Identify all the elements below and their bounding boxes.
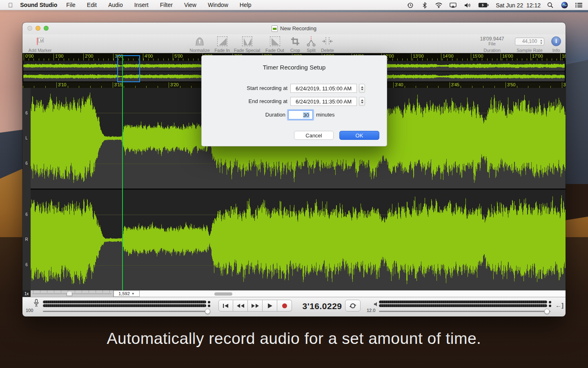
ruler-label: 0'00 (25, 54, 33, 58)
bottom-strip: 1x 1,592▼ (22, 290, 566, 297)
window-title: New Recording (280, 25, 316, 31)
ruler-label: 3'15 (114, 82, 122, 87)
horizontal-scrollbar[interactable] (140, 290, 566, 297)
overview-selection-box[interactable] (117, 55, 140, 82)
rewind-button[interactable] (233, 300, 248, 312)
add-marker-button[interactable]: M Add Marker (26, 36, 54, 53)
apple-menu-icon[interactable]:  (8, 2, 13, 9)
loop-icon (349, 303, 356, 309)
ruler-major-tick (173, 54, 173, 61)
play-button[interactable] (263, 300, 277, 312)
punch-in-icon[interactable]: ←] (555, 302, 564, 309)
svg-text:M: M (40, 38, 43, 43)
overview-playhead[interactable] (122, 55, 123, 82)
wifi-icon[interactable] (435, 2, 442, 9)
notification-center-icon[interactable] (575, 2, 582, 9)
menu-view[interactable]: View (184, 2, 196, 8)
input-volume-thumb[interactable] (205, 309, 210, 314)
start-recording-field[interactable]: 6/24/2019, 11:05:00 AM (290, 84, 357, 93)
menu-window[interactable]: Window (208, 2, 228, 8)
ruler-label: 17'00 (532, 54, 543, 58)
ruler-label: 15'00 (472, 54, 483, 58)
info-button[interactable]: i Info (550, 36, 562, 53)
spotlight-icon[interactable] (547, 2, 554, 9)
time-machine-icon[interactable] (407, 2, 414, 9)
duration-suffix: minutes (316, 112, 335, 118)
title-bar[interactable]: New Recording (22, 22, 566, 34)
add-marker-icon: M (26, 36, 54, 47)
menu-file[interactable]: File (66, 2, 76, 8)
cancel-button[interactable]: Cancel (294, 131, 334, 140)
file-duration: 18'09.9447 File Duration (472, 36, 512, 53)
ruler-major-tick (471, 54, 471, 61)
zoom-slider-thumb[interactable] (67, 291, 72, 296)
app-menu-title[interactable]: Sound Studio (20, 2, 57, 8)
duration-label: Duration (265, 112, 285, 118)
ok-button[interactable]: OK (339, 131, 379, 140)
ruler-major-tick (83, 54, 84, 61)
split-button[interactable]: Split (303, 36, 319, 53)
input-volume-slider[interactable] (43, 311, 210, 312)
fade-out-button[interactable]: Fade Out (263, 36, 287, 53)
zoom-slider[interactable] (31, 290, 114, 297)
loop-button[interactable] (345, 300, 361, 312)
ruler-label: 3'55 (564, 82, 566, 87)
sample-rate-combo[interactable]: 44,100▲▼ (515, 38, 544, 45)
ruler-label: 4'00 (145, 54, 153, 58)
menu-filter[interactable]: Filter (160, 2, 173, 8)
input-meter-peak-right (208, 305, 210, 307)
ruler-major-tick (53, 54, 54, 61)
ruler-label: 3'10 (58, 82, 66, 87)
volume-icon[interactable] (464, 2, 471, 9)
toolbar: M Add Marker Normalize Fade In (22, 34, 566, 53)
end-recording-field[interactable]: 6/24/2019, 11:35:00 AM (290, 97, 357, 106)
mic-icon (33, 299, 40, 306)
crop-button[interactable]: Crop (288, 36, 303, 53)
dialog-title: Timer Recording Setup (202, 64, 387, 71)
output-level-value: 12.0 (367, 308, 375, 313)
ruler-major-tick (143, 54, 143, 61)
output-volume-thumb[interactable] (544, 309, 550, 314)
menu-help[interactable]: Help (240, 2, 252, 8)
end-recording-stepper[interactable] (359, 97, 365, 106)
go-to-start-button[interactable] (218, 300, 233, 312)
fast-forward-button[interactable] (248, 300, 263, 312)
output-meter-left (379, 301, 547, 303)
fade-special-button[interactable]: Fade Special (232, 36, 262, 53)
ruler-major-tick (56, 82, 57, 88)
channel-gutter: 6L66R6 (22, 88, 31, 290)
output-meter-right (379, 304, 547, 307)
main-playhead[interactable] (122, 82, 123, 290)
file-duration-value: 18'09.9447 (480, 36, 504, 42)
menu-edit[interactable]: Edit (87, 2, 97, 8)
stepper-icon[interactable]: ▲▼ (540, 39, 543, 45)
transport-bar: 100 3'16.0229 (22, 297, 566, 316)
battery-icon[interactable] (478, 2, 489, 9)
zoom-scale-label: 1x (22, 290, 31, 297)
start-recording-stepper[interactable] (359, 84, 365, 93)
output-meter-peak-right (549, 305, 551, 307)
menu-insert[interactable]: Insert (134, 2, 149, 8)
timer-recording-dialog: Timer Recording Setup Start recording at… (201, 55, 387, 146)
ruler-label: 13'00 (413, 54, 424, 58)
scrollbar-thumb[interactable] (214, 292, 232, 296)
duration-field[interactable]: 30 (288, 110, 313, 119)
siri-icon[interactable] (561, 2, 568, 9)
record-button[interactable] (277, 300, 292, 312)
menu-audio[interactable]: Audio (108, 2, 123, 8)
delete-button[interactable]: Delete (318, 36, 337, 53)
ruler-major-tick (450, 82, 450, 88)
airplay-icon[interactable] (450, 2, 457, 9)
output-volume-slider[interactable] (379, 311, 550, 312)
sample-rate-control[interactable]: 44,100▲▼ Sample Rate (513, 36, 546, 53)
menu-bar-date[interactable]: Sat Jun 22 12:12 (496, 2, 541, 9)
normalize-button[interactable]: Normalize (188, 36, 212, 53)
channel-label: 6 (22, 111, 31, 115)
fade-in-button[interactable]: Fade In (213, 36, 232, 53)
zoom-value-combo[interactable]: 1,592▼ (114, 290, 140, 297)
bluetooth-icon[interactable] (421, 2, 428, 9)
split-icon (303, 36, 319, 47)
info-icon: i (551, 36, 561, 46)
ruler-major-tick (506, 82, 506, 88)
delete-icon (318, 36, 337, 47)
